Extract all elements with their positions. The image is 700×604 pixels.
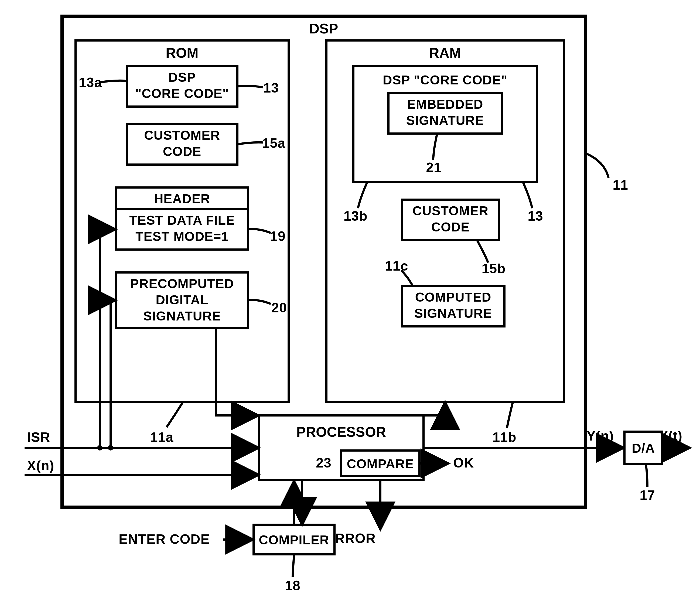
ram-emb-l2: SIGNATURE	[406, 113, 484, 128]
ref-13b: 13b	[343, 208, 368, 224]
rom-precomp-l2: DIGITAL	[156, 293, 208, 307]
ref-11a: 11a	[150, 430, 174, 445]
rom-tdf-l2: TEST MODE=1	[135, 229, 229, 244]
ram-cust-l2: CODE	[431, 220, 470, 234]
ram-comp-l2: SIGNATURE	[414, 306, 492, 321]
rom-precomp-l3: SIGNATURE	[143, 309, 221, 323]
rom-cust-l2: CODE	[163, 144, 201, 159]
ref-11: 11	[612, 177, 628, 193]
rom-tdf-l1: TEST DATA FILE	[129, 213, 235, 227]
ok-label: OK	[453, 455, 474, 471]
ref-19: 19	[270, 229, 286, 244]
ram-cust-l1: CUSTOMER	[412, 204, 489, 218]
dsp-title: DSP	[309, 21, 338, 36]
rom-cust-l1: CUSTOMER	[144, 128, 220, 143]
rom-precomp-l1: PRECOMPUTED	[130, 277, 234, 291]
ref-13-r: 13	[528, 208, 543, 224]
compare-text: COMPARE	[347, 457, 414, 471]
leader-18	[293, 555, 294, 576]
yt-label: Y(t)	[659, 428, 682, 444]
ram-core-text: DSP "CORE CODE"	[383, 73, 507, 87]
ref-20: 20	[271, 300, 287, 316]
da-text: D/A	[632, 441, 655, 455]
xn-label: X(n)	[27, 458, 54, 473]
leader-11	[587, 154, 608, 177]
rom-title: ROM	[166, 45, 198, 61]
ref-23: 23	[316, 455, 331, 471]
ref-17: 17	[640, 488, 655, 503]
ref-15b: 15b	[481, 261, 505, 276]
rom-core-l2: "CORE CODE"	[135, 86, 229, 101]
ref-11b: 11b	[492, 430, 516, 445]
rom-core-l1: DSP	[168, 70, 196, 84]
ram-comp-l1: COMPUTED	[415, 290, 492, 304]
ram-title: RAM	[429, 45, 461, 61]
ref-13-left: 13	[263, 80, 279, 96]
processor-title: PROCESSOR	[297, 424, 386, 440]
ref-15a: 15a	[262, 136, 286, 151]
rom-hdr-text: HEADER	[154, 192, 210, 206]
leader-17	[646, 465, 647, 485]
ref-13a: 13a	[79, 75, 102, 90]
ref-21: 21	[426, 160, 442, 175]
ref-11c: 11c	[385, 258, 408, 274]
leader-13-left	[238, 86, 262, 87]
ram-emb-l1: EMBEDDED	[407, 97, 483, 111]
yn-label: Y(n)	[586, 428, 614, 444]
enter-label: ENTER CODE	[119, 532, 210, 547]
ref-18: 18	[285, 578, 300, 593]
isr-label: ISR	[27, 430, 50, 445]
compiler-text: COMPILER	[259, 533, 329, 547]
